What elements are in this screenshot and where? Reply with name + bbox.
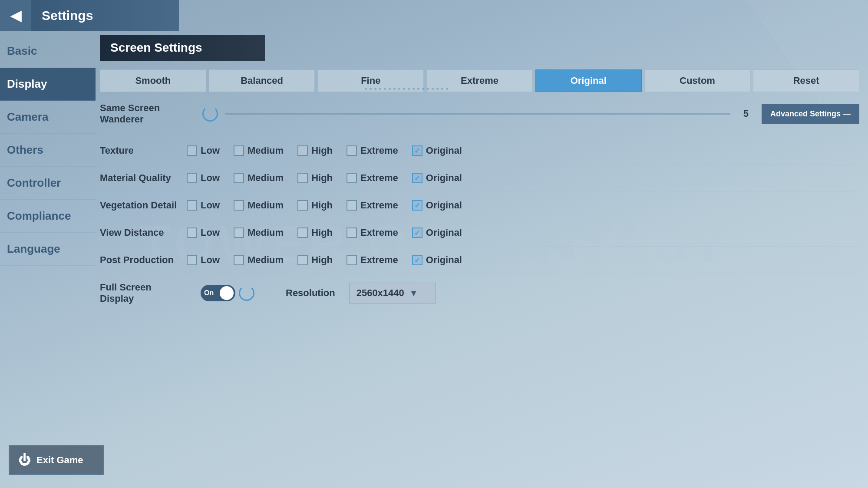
post-production-high-checkbox[interactable] <box>297 255 308 265</box>
post-production-row: Post Production Low Medium High Extreme <box>100 247 859 274</box>
post-production-low-checkbox[interactable] <box>187 255 197 265</box>
sidebar: Basic Display Camera Others Controller C… <box>0 35 96 488</box>
texture-high-checkbox[interactable] <box>297 145 308 156</box>
post-production-medium-checkbox[interactable] <box>234 255 244 265</box>
vegetation-extreme: Extreme <box>347 200 398 211</box>
texture-extreme: Extreme <box>347 145 398 156</box>
post-production-medium: Medium <box>234 254 284 266</box>
material-medium-checkbox[interactable] <box>234 173 244 183</box>
material-medium-label: Medium <box>248 172 284 184</box>
post-production-extreme-checkbox[interactable] <box>347 255 357 265</box>
toggle-on-text: On <box>204 289 214 297</box>
ssw-loading-icon <box>202 106 218 122</box>
material-extreme: Extreme <box>347 172 398 184</box>
ssw-label: Same Screen Wanderer <box>100 102 195 125</box>
material-high: High <box>297 172 333 184</box>
dot <box>417 88 419 90</box>
dot <box>403 88 405 90</box>
view-distance-extreme-checkbox[interactable] <box>347 228 357 238</box>
material-quality-options: Low Medium High Extreme Original <box>187 172 859 184</box>
sidebar-item-camera[interactable]: Camera <box>0 101 96 134</box>
texture-low-label: Low <box>201 145 220 156</box>
texture-extreme-label: Extreme <box>360 145 398 156</box>
post-production-low: Low <box>187 254 220 266</box>
sidebar-item-language[interactable]: Language <box>0 233 96 266</box>
ssw-slider[interactable] <box>225 113 730 115</box>
vegetation-detail-row: Vegetation Detail Low Medium High Extrem… <box>100 192 859 219</box>
material-low-label: Low <box>201 172 220 184</box>
sidebar-item-others[interactable]: Others <box>0 134 96 167</box>
vegetation-medium-checkbox[interactable] <box>234 200 244 211</box>
vegetation-original-checkbox[interactable] <box>412 200 422 211</box>
dot <box>408 88 410 90</box>
texture-extreme-checkbox[interactable] <box>347 145 357 156</box>
material-original: Original <box>412 172 462 184</box>
material-original-checkbox[interactable] <box>412 173 422 183</box>
view-distance-original-checkbox[interactable] <box>412 228 422 238</box>
chevron-down-icon: ▼ <box>409 288 418 298</box>
page-title: Settings <box>42 8 93 23</box>
exit-game-button[interactable]: ⏻ Exit Game <box>9 445 104 475</box>
sidebar-item-basic[interactable]: Basic <box>0 35 96 68</box>
ssw-row: Same Screen Wanderer 5 Advanced Settings… <box>100 102 859 125</box>
resolution-value: 2560x1440 <box>356 287 404 299</box>
dot <box>365 88 367 90</box>
material-extreme-label: Extreme <box>360 172 398 184</box>
material-low-checkbox[interactable] <box>187 173 197 183</box>
post-production-extreme: Extreme <box>347 254 398 266</box>
fullscreen-toggle-icon <box>239 285 254 301</box>
material-extreme-checkbox[interactable] <box>347 173 357 183</box>
vegetation-low-checkbox[interactable] <box>187 200 197 211</box>
post-production-low-label: Low <box>201 254 220 266</box>
view-distance-options: Low Medium High Extreme Original <box>187 227 859 238</box>
dot <box>393 88 396 90</box>
post-production-original-label: Original <box>426 254 462 266</box>
post-production-original-checkbox[interactable] <box>412 255 422 265</box>
view-distance-original: Original <box>412 227 462 238</box>
view-distance-medium-checkbox[interactable] <box>234 228 244 238</box>
view-distance-extreme-label: Extreme <box>360 227 398 238</box>
post-production-medium-label: Medium <box>248 254 284 266</box>
view-distance-low-checkbox[interactable] <box>187 228 197 238</box>
dot <box>432 88 434 90</box>
material-low: Low <box>187 172 220 184</box>
sidebar-item-controller[interactable]: Controller <box>0 167 96 200</box>
vegetation-high-checkbox[interactable] <box>297 200 308 211</box>
preset-smooth-button[interactable]: Smooth <box>100 69 206 92</box>
top-bar: ◀ Settings <box>0 0 868 31</box>
view-distance-medium: Medium <box>234 227 284 238</box>
preset-balanced-button[interactable]: Balanced <box>209 69 315 92</box>
dot <box>374 88 376 90</box>
vegetation-high-label: High <box>311 200 333 211</box>
texture-medium-checkbox[interactable] <box>234 145 244 156</box>
post-production-label: Post Production <box>100 254 187 266</box>
back-button[interactable]: ◀ <box>0 0 31 31</box>
preset-original-button[interactable]: Original <box>535 69 642 92</box>
vegetation-original-label: Original <box>426 200 462 211</box>
vegetation-low-label: Low <box>201 200 220 211</box>
advanced-settings-button[interactable]: Advanced Settings — <box>762 104 859 124</box>
texture-low: Low <box>187 145 220 156</box>
post-production-high: High <box>297 254 333 266</box>
post-production-high-label: High <box>311 254 333 266</box>
dot <box>370 88 372 90</box>
preset-reset-button[interactable]: Reset <box>753 69 859 92</box>
texture-low-checkbox[interactable] <box>187 145 197 156</box>
view-distance-low-label: Low <box>201 227 220 238</box>
material-high-checkbox[interactable] <box>297 173 308 183</box>
dots-decoration <box>365 88 448 90</box>
power-icon: ⏻ <box>18 453 30 467</box>
sidebar-item-display[interactable]: Display <box>0 68 96 101</box>
texture-row: Texture Low Medium High Extreme <box>100 137 859 165</box>
texture-original-checkbox[interactable] <box>412 145 422 156</box>
texture-high-label: High <box>311 145 333 156</box>
sidebar-item-compliance[interactable]: Compliance <box>0 200 96 233</box>
post-production-options: Low Medium High Extreme Original <box>187 254 859 266</box>
preset-custom-button[interactable]: Custom <box>644 69 751 92</box>
vegetation-extreme-checkbox[interactable] <box>347 200 357 211</box>
resolution-dropdown[interactable]: 2560x1440 ▼ <box>349 283 436 303</box>
view-distance-high-checkbox[interactable] <box>297 228 308 238</box>
vegetation-original: Original <box>412 200 462 211</box>
fullscreen-toggle[interactable]: On <box>201 285 235 301</box>
texture-original-label: Original <box>426 145 462 156</box>
